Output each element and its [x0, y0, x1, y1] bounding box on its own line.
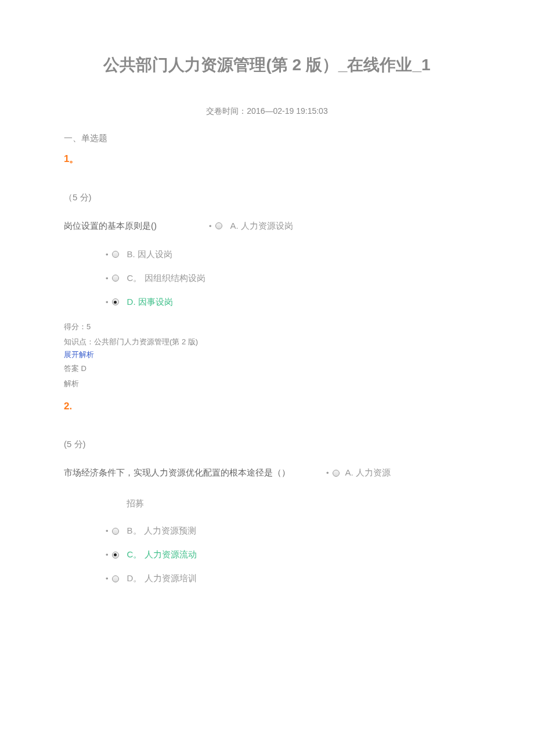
bullet-icon: •	[209, 222, 212, 231]
option-label: D。 人力资源培训	[127, 573, 197, 584]
bullet-icon: •	[106, 574, 109, 583]
bullet-icon: •	[106, 527, 109, 535]
option-label: B。 人力资源预测	[127, 525, 196, 537]
submit-time: 交卷时间：2016—02-19 19:15:03	[64, 106, 470, 117]
radio-icon-checked	[112, 552, 119, 559]
radio-icon	[112, 575, 119, 582]
option-label: C。 人力资源流动	[127, 549, 197, 560]
question-points-1: （5 分)	[64, 192, 470, 203]
radio-icon	[215, 222, 222, 229]
bullet-icon: •	[106, 250, 109, 259]
radio-icon	[112, 251, 119, 258]
radio-icon-checked	[112, 298, 119, 305]
knowledge-point: 知识点：公共部门人力资源管理(第 2 版)	[64, 336, 470, 348]
option-label: C。 因组织结构设岗	[127, 273, 205, 284]
radio-icon	[112, 275, 119, 282]
bullet-icon: •	[106, 298, 109, 307]
radio-icon	[112, 528, 119, 535]
option-label: A. 人力资源设岗	[230, 221, 293, 232]
answer-line: 答案 D	[64, 362, 470, 375]
option-d-q1[interactable]: • D. 因事设岗	[106, 297, 470, 308]
option-c-q1[interactable]: • C。 因组织结构设岗	[106, 273, 470, 284]
option-label: A. 人力资源	[345, 467, 391, 478]
radio-icon	[333, 470, 340, 477]
option-label: B. 因人设岗	[127, 249, 172, 260]
expand-explain-link[interactable]: 展开解析	[64, 350, 470, 360]
option-a-q2-continued: 招募	[127, 498, 470, 509]
option-d-q2[interactable]: • D。 人力资源培训	[106, 573, 470, 584]
question-number-2: 2.	[64, 401, 470, 412]
option-a-q2[interactable]: • A. 人力资源	[326, 467, 391, 478]
option-b-q2[interactable]: • B。 人力资源预测	[106, 525, 470, 537]
question-number-1: 1。	[64, 152, 470, 165]
option-c-q2[interactable]: • C。 人力资源流动	[106, 549, 470, 560]
bullet-icon: •	[326, 469, 329, 477]
score-line: 得分：5	[64, 321, 470, 333]
option-label: D. 因事设岗	[127, 297, 173, 308]
bullet-icon: •	[106, 550, 109, 559]
question-stem-2: 市场经济条件下，实现人力资源优化配置的根本途径是（）	[64, 467, 290, 478]
option-a-q1[interactable]: • A. 人力资源设岗	[209, 221, 293, 232]
bullet-icon: •	[106, 274, 109, 283]
explain-label: 解析	[64, 377, 470, 390]
question-points-2: (5 分)	[64, 439, 470, 450]
option-b-q1[interactable]: • B. 因人设岗	[106, 249, 470, 260]
question-stem-1: 岗位设置的基本原则是()	[64, 221, 157, 232]
section-heading: 一、单选题	[64, 133, 470, 144]
page-title: 公共部门人力资源管理(第 2 版）_在线作业_1	[64, 52, 470, 78]
